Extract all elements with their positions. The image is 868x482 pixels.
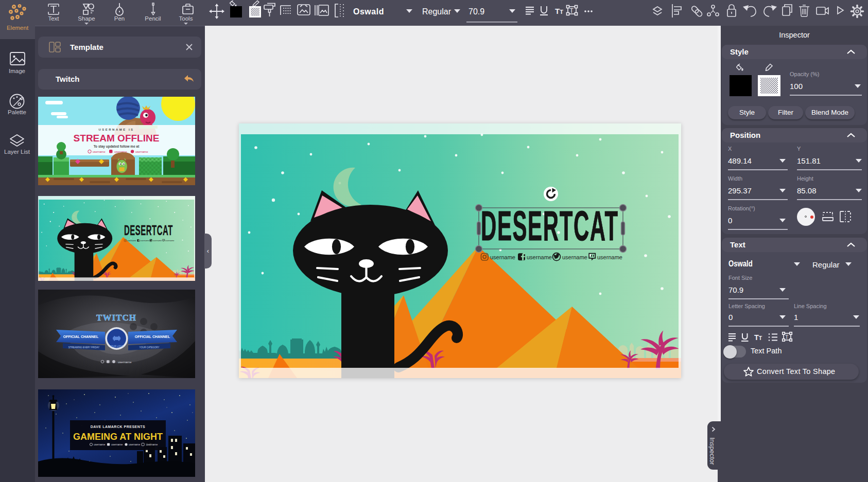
svg-text:YOUR CATEGORY: YOUR CATEGORY: [139, 346, 159, 349]
svg-text:USERNAME IS: USERNAME IS: [98, 128, 134, 131]
svg-text:OFFICIAL CHANNEL: OFFICIAL CHANNEL: [63, 335, 99, 338]
svg-text:STREAMING EVERY FRIDAY: STREAMING EVERY FRIDAY: [68, 346, 100, 349]
svg-text:Palette: Palette: [8, 109, 26, 115]
svg-text:Pen: Pen: [114, 15, 125, 22]
svg-text:username: username: [111, 443, 123, 446]
svg-text:Shape: Shape: [78, 15, 95, 22]
svg-text:Layer List: Layer List: [4, 149, 30, 155]
svg-text:TT: TT: [555, 7, 563, 15]
svg-text:username: username: [129, 443, 140, 446]
svg-text:To stay updated follow me at: To stay updated follow me at: [94, 145, 140, 149]
svg-text:Regular: Regular: [422, 7, 452, 16]
svg-text:Image: Image: [9, 68, 25, 74]
svg-text:username: username: [118, 361, 132, 364]
svg-text:username: username: [93, 150, 105, 153]
svg-text:Pencil: Pencil: [145, 15, 161, 22]
svg-text:T: T: [785, 334, 789, 340]
svg-text:Tools: Tools: [179, 15, 193, 22]
svg-text:username: username: [135, 150, 148, 153]
svg-text:T: T: [570, 7, 574, 14]
svg-text:OFFICIAL CHANNEL: OFFICIAL CHANNEL: [135, 335, 170, 338]
svg-text:70.9: 70.9: [468, 7, 484, 16]
svg-text:Text: Text: [48, 15, 59, 22]
svg-text:YOUR LOGO: YOUR LOGO: [110, 345, 124, 348]
svg-text:Oswald: Oswald: [353, 7, 384, 16]
svg-text:GAMEING AT NIGHT: GAMEING AT NIGHT: [73, 432, 163, 442]
svg-text:DAVE LAMARCK PRESENTS: DAVE LAMARCK PRESENTS: [91, 425, 145, 429]
svg-text:TT: TT: [754, 333, 762, 342]
svg-text:STREAM OFFLINE: STREAM OFFLINE: [74, 133, 160, 144]
svg-text:username: username: [94, 443, 105, 446]
svg-text:TWITCH: TWITCH: [96, 313, 136, 323]
svg-text:username: username: [146, 443, 158, 446]
